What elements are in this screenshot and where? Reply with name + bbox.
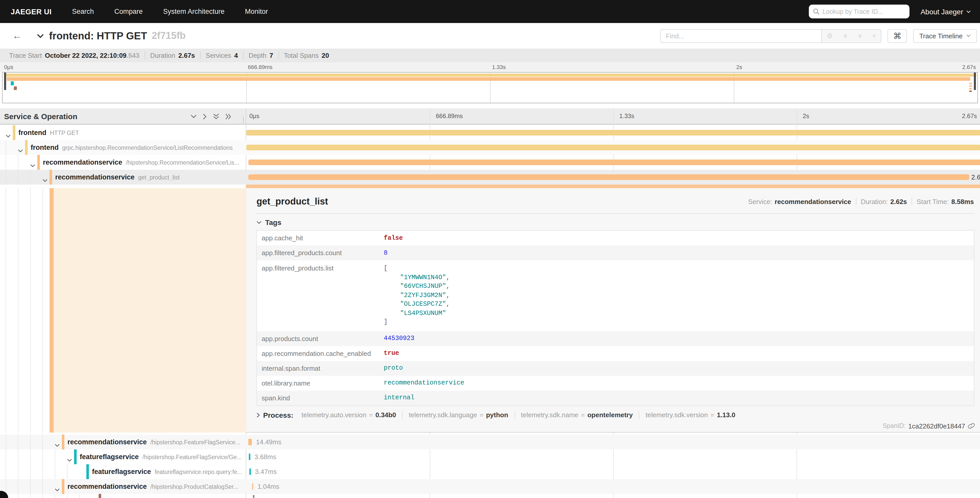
array-item: "1YMWWN1N4O", [384,273,450,282]
span-name-cell[interactable] [0,494,246,498]
summary-label: Total Spans [284,52,318,59]
tag-key: span.kind [257,394,384,402]
tag-row: internal.span.format proto [257,361,974,375]
chevron-down-icon[interactable] [18,146,23,155]
tag-row: app.products.count 44530923 [257,331,974,346]
summary-value: 20 [321,52,329,59]
nav-item-monitor[interactable]: Monitor [245,8,268,15]
span-name-cell[interactable]: featureflagservice featureflagservice.re… [0,464,246,479]
minimap-span-frontend [5,73,977,77]
chevron-down-icon[interactable] [55,485,60,494]
chevron-down-icon[interactable] [30,161,35,170]
span-row-partial [0,494,980,498]
span-bar-cell: 1.04ms [246,479,980,494]
span-name-cell[interactable]: recommendationservice get_product_list [0,170,246,185]
expand-all-icon[interactable] [225,113,231,120]
trace-view-label: Trace Timeline [919,32,963,40]
span-bar-cell: 14.49ms [246,434,980,449]
chevron-down-icon [256,220,262,224]
span-bar[interactable] [249,453,250,460]
service-color-bar [25,140,27,155]
minimap-span-tail [969,83,972,84]
minimap-left-scrubber[interactable] [4,73,6,90]
process-value: opentelemetry [587,411,633,419]
nav-item-compare[interactable]: Compare [115,8,143,15]
chevron-down-icon[interactable] [6,131,11,140]
summary-duration: Duration 2.67s [145,52,200,59]
span-row-frontend-grpc: frontend grpc.hipstershop.Recommendation… [0,140,980,155]
span-name-cell[interactable]: recommendationservice /hipstershop.Produ… [0,479,246,494]
command-icon: ⌘ [893,31,901,41]
find-prev-button[interactable]: ∧ [843,32,848,39]
operation-name: /hipstershop.FeatureFlagService/Ge... [142,454,246,460]
span-name-cell[interactable]: frontend grpc.hipstershop.Recommendation… [0,140,246,155]
trace-view-selector[interactable]: Trace Timeline [913,29,977,43]
minimap-right-scrubber[interactable] [974,73,976,90]
find-clear-button[interactable]: × [872,32,876,39]
span-name-cell[interactable]: frontend HTTP GET [0,125,246,140]
span-bar-cell: 3.68ms [246,449,980,464]
meta-label: Duration: [861,198,888,205]
span-bar[interactable] [246,145,980,150]
tag-key: app.products.count [257,335,384,342]
tag-row: app.filtered_products.list [ "1YMWWN1N4O… [257,260,974,331]
span-row-recommendationservice-featureflag: recommendationservice /hipstershop.Featu… [0,434,980,449]
minimap-span-featureflag [11,81,14,85]
brand-logo[interactable]: JAEGER UI [11,7,52,16]
find-next-button[interactable]: ∨ [858,32,862,39]
tags-section-title: Tags [265,218,281,227]
chevron-down-icon[interactable] [67,455,72,464]
span-bar-cell [246,155,980,170]
nav-item-system-architecture[interactable]: System Architecture [163,8,224,15]
service-name: frontend [18,129,46,137]
span-bar[interactable] [246,130,980,136]
expand-one-icon[interactable] [203,113,207,120]
collapse-one-icon[interactable] [191,115,197,119]
span-name-cell[interactable]: featureflagservice /hipstershop.FeatureF… [0,449,246,464]
summary-value: 4 [234,52,238,59]
tag-key: otel.library.name [257,379,384,387]
service-color-bar [86,464,89,479]
about-jaeger-label: About Jaeger [921,7,963,16]
trace-collapse-toggle[interactable] [37,31,44,40]
span-bar[interactable] [248,160,980,165]
tags-section-toggle[interactable]: Tags [256,218,975,227]
process-section-toggle[interactable]: Process: telemetry.auto.version=0.34b0 t… [256,411,975,419]
span-duration-label: 3.68ms [255,453,276,461]
equals-sign: = [581,411,585,419]
trace-id-lookup-input[interactable] [822,8,905,15]
span-row-featureflagservice-get: featureflagservice /hipstershop.FeatureF… [0,449,980,464]
summary-label: Depth [248,52,266,59]
tag-key: app.filtered_products.count [257,249,384,257]
span-duration-label: 2.62s [971,173,980,181]
trace-minimap[interactable] [2,72,978,103]
span-id-row: SpanID: 1ca2262df0e18447 [256,422,975,430]
link-icon[interactable] [968,422,975,429]
keyboard-shortcuts-button[interactable]: ⌘ [888,29,907,43]
span-id-label: SpanID: [883,422,906,429]
back-button[interactable]: ← [12,30,28,42]
locate-span-icon[interactable] [827,33,833,39]
chevron-down-icon[interactable] [55,440,60,449]
summary-depth: Depth 7 [243,52,279,59]
span-row-featureflagservice-repo-query: featureflagservice featureflagservice.re… [0,464,980,479]
nav-item-search[interactable]: Search [72,8,94,15]
span-bar[interactable] [253,495,255,498]
span-name-cell[interactable]: recommendationservice /hipstershop.Featu… [0,434,246,449]
span-detail-header[interactable]: get_product_list Service:recommendations… [256,192,975,211]
collapse-all-icon[interactable] [213,113,219,120]
span-bar[interactable] [248,174,969,180]
span-bar[interactable] [252,483,253,490]
detail-accent-stripe [246,185,980,188]
trace-id-short: 2f715fb [152,30,186,42]
span-name-cell[interactable]: recommendationservice /hipstershop.Recom… [0,155,246,170]
span-bar[interactable] [248,439,252,445]
find-input[interactable] [660,29,822,43]
span-bar[interactable] [249,468,251,475]
tick-label: 2s [736,64,742,70]
trace-id-lookup[interactable] [808,5,909,18]
service-name: frontend [31,144,59,152]
about-jaeger-menu[interactable]: About Jaeger [921,7,971,16]
detail-divider [256,213,975,214]
chevron-down-icon[interactable] [42,176,48,185]
